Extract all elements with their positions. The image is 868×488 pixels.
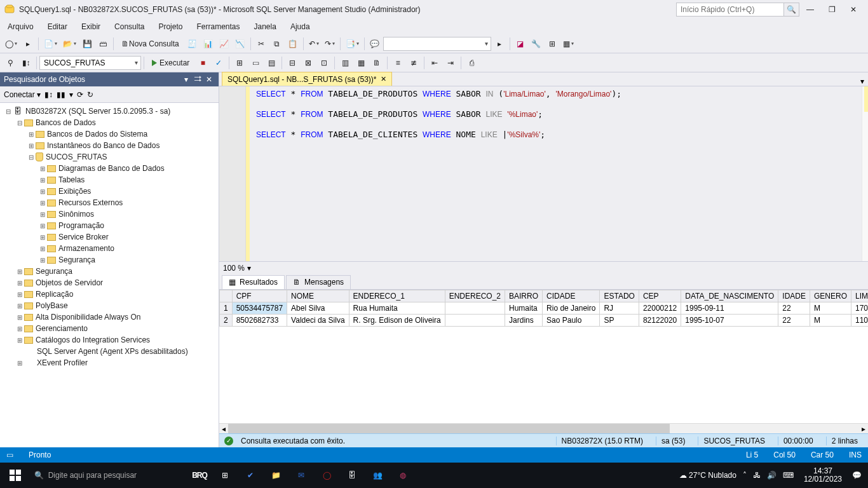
navigate-fwd-button[interactable]: ▸ [20,36,36,51]
expand-icon[interactable]: ⊞ [38,257,47,264]
expand-icon[interactable]: ⊞ [38,245,47,252]
cell[interactable]: Valdeci da Silva [287,314,349,326]
cell[interactable]: Abel Silva [287,302,349,314]
expand-icon[interactable]: ⊞ [15,291,24,298]
expand-icon[interactable]: ⊞ [38,177,47,184]
registered-servers-icon[interactable]: ⊞ [545,36,560,51]
display-plan-icon[interactable]: ⊞ [232,55,247,71]
tree-node[interactable]: ⊞XEvent Profiler [1,357,217,369]
todo-icon[interactable]: ✔ [238,463,263,488]
cell[interactable]: Rio de Janeiro [543,302,600,314]
tree-node[interactable]: ⊞Catálogos do Integration Services [1,334,217,346]
cell[interactable]: 82122020 [639,314,681,326]
panel-close-icon[interactable]: ✕ [203,75,215,84]
menu-ferramentas[interactable]: Ferramentas [190,20,246,34]
expand-icon[interactable]: ⊞ [15,360,24,367]
cell[interactable]: M [810,314,851,326]
tree-node[interactable]: ⊞Objetos de Servidor [1,277,217,288]
explorer-icon[interactable]: 📁 [263,463,288,488]
panel-dropdown-icon[interactable]: ▾ [180,75,192,84]
tree-node[interactable]: ⊞Tabelas [1,174,217,186]
menu-consulta[interactable]: Consulta [108,20,151,34]
cell[interactable] [445,314,505,326]
panel-pin-icon[interactable]: ⮆ [192,75,203,84]
horizontal-scrollbar[interactable]: ◂ ▸ [219,423,868,434]
tree-node[interactable]: ⊞Programação [1,220,217,231]
results-to-grid-icon[interactable]: ▦ [353,55,369,71]
stop-button[interactable]: ■ [195,55,210,71]
tree-node[interactable]: ⊞PolyBase [1,300,217,311]
expand-icon[interactable]: ⊞ [15,337,24,344]
expand-icon[interactable]: ⊟ [27,154,36,161]
database-combo[interactable]: SUCOS_FRUTAS [39,56,141,70]
quick-launch-search-icon[interactable]: 🔍 [784,3,799,17]
weather-widget[interactable]: ☁ 27°C Nublado [679,471,736,480]
query-options-icon[interactable]: ▭ [248,55,263,71]
tree-node[interactable]: ⊞Gerenciamento [1,323,217,334]
menu-arquivo[interactable]: Arquivo [1,20,40,34]
cell[interactable]: 22 [778,314,810,326]
expand-icon[interactable]: ⊞ [15,325,24,332]
parse-button[interactable]: ✓ [211,55,226,71]
available-databases-icon[interactable]: ▮↕ [18,55,34,71]
decrease-indent-icon[interactable]: ⇤ [427,55,442,71]
solution-config-combo[interactable] [383,37,491,51]
dmx-query-icon[interactable]: 📈 [217,36,232,51]
copy-icon[interactable]: ⧉ [269,36,285,51]
expand-icon[interactable]: ⊞ [27,142,36,149]
tree-node[interactable]: ⊞Instantâneos do Banco de Dados [1,140,217,151]
connect-button[interactable]: Conectar ▾ [4,90,41,99]
column-header[interactable]: ENDERECO_2 [445,290,505,302]
cell[interactable]: RJ [600,302,639,314]
column-header[interactable]: IDADE [778,290,810,302]
expand-icon[interactable]: ⊞ [15,314,24,321]
cell[interactable]: R. Srg. Edison de Oliveira [349,314,445,326]
find-button[interactable]: 📑 [343,36,362,51]
outlook-icon[interactable]: ✉ [288,463,314,488]
save-all-button[interactable]: 🗃 [95,36,111,51]
scroll-map[interactable] [862,86,868,261]
cut-icon[interactable]: ✂ [254,36,269,51]
row-header[interactable] [220,290,233,302]
cell[interactable]: Jardins [505,314,543,326]
expand-icon[interactable]: ⊞ [27,131,36,138]
brq-icon[interactable]: BRQ [187,463,212,488]
close-button[interactable]: ✕ [843,1,864,18]
tab-close-icon[interactable]: ✕ [381,75,386,83]
column-header[interactable]: NOME [287,290,349,302]
comment-out-icon[interactable]: ≡ [390,55,405,71]
increase-indent-icon[interactable]: ⇥ [443,55,458,71]
start-button[interactable] [3,463,28,488]
tree-root[interactable]: ⊟ 🗄 NB032872X (SQL Server 15.0.2095.3 - … [1,105,217,117]
expand-icon[interactable]: ⊞ [38,165,47,172]
tree-node[interactable]: ⊞Service Broker [1,231,217,243]
object-explorer-tree[interactable]: ⊟ 🗄 NB032872X (SQL Server 15.0.2095.3 - … [0,103,219,447]
column-header[interactable]: GENERO [810,290,851,302]
results-to-text-icon[interactable]: ▥ [337,55,353,71]
oe-refresh-icon[interactable]: ▮▮ [57,90,65,99]
menu-editar[interactable]: Editar [41,20,74,34]
include-live-stats-icon[interactable]: ⊠ [301,55,316,71]
paste-icon[interactable]: 📋 [285,36,301,51]
oe-disconnect-icon[interactable]: ▮↕ [44,90,53,99]
xmla-query-icon[interactable]: 📉 [233,36,248,51]
cell[interactable]: 8502682733 [232,314,287,326]
table-row[interactable]: 150534475787Abel SilvaRua HumaitaHumaita… [220,302,869,314]
quick-launch-input[interactable]: Início Rápido (Ctrl+Q) [676,3,784,17]
tree-node[interactable]: ⊞Segurança [1,266,217,277]
navigate-back-button[interactable]: ◯ [3,36,20,51]
tree-node[interactable]: ⊞Diagramas de Banco de Dados [1,163,217,174]
tree-node[interactable]: ⊞Segurança [1,254,217,266]
notifications-icon[interactable]: 💬 [852,471,862,480]
app-icon[interactable]: ◍ [390,463,416,488]
menu-projeto[interactable]: Projeto [152,20,189,34]
tree-node[interactable]: ⊞Sinônimos [1,208,217,220]
ssms-icon[interactable]: 🗄 [339,463,365,488]
opera-icon[interactable]: ◯ [314,463,339,488]
tree-node[interactable]: ⊞Replicação [1,288,217,300]
results-grid[interactable]: CPFNOMEENDERECO_1ENDERECO_2BAIRROCIDADEE… [219,290,868,423]
cell[interactable]: Humaita [505,302,543,314]
oe-stop-icon[interactable]: ⟳ [77,90,83,99]
cell[interactable]: 22 [778,302,810,314]
layout-icon[interactable]: ▦ [560,36,576,51]
